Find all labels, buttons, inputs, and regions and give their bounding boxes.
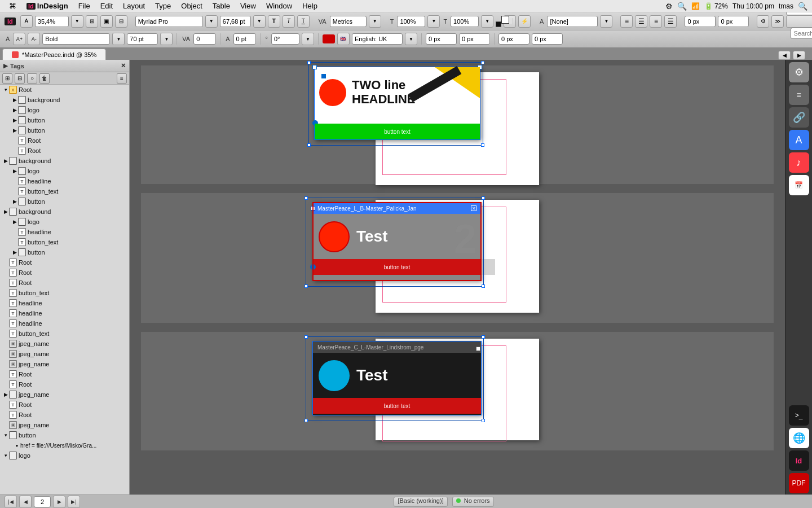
help-menu[interactable]: Help xyxy=(298,0,322,12)
ch-bl[interactable] xyxy=(307,143,311,147)
dock-links[interactable]: 🔗 xyxy=(789,107,809,128)
font-size-dropdown[interactable]: ▼ xyxy=(253,15,266,28)
tree-item-headline-4[interactable]: T headline xyxy=(0,318,129,329)
tree-item-headline-1[interactable]: T headline xyxy=(0,227,129,237)
angle-dropdown[interactable]: ▼ xyxy=(302,33,314,45)
frame-btn[interactable]: ▣ xyxy=(100,15,113,28)
dock-music[interactable]: ♪ xyxy=(789,152,809,173)
anchor-tl[interactable] xyxy=(312,65,317,69)
anchor-link1[interactable] xyxy=(321,74,326,78)
tree-item-root-text-1[interactable]: T Root xyxy=(0,146,129,156)
layout-menu[interactable]: Layout xyxy=(118,0,149,12)
search-icon[interactable]: 🔍 xyxy=(798,2,807,11)
file-menu[interactable]: File xyxy=(74,0,95,12)
tree-item-background-1[interactable]: ▶ background xyxy=(0,156,129,166)
hscale-dropdown[interactable]: ▼ xyxy=(427,15,440,28)
workspace-dropdown[interactable]: ▼ xyxy=(786,15,812,28)
dock-pdf[interactable]: PDF xyxy=(789,473,809,493)
page-number-input[interactable] xyxy=(34,496,51,507)
next-page-btn[interactable]: ▶ xyxy=(53,496,65,508)
tree-item-jpeg-3[interactable]: ▣ jpeg_name xyxy=(0,420,129,430)
tags-delete-btn[interactable]: ⊟ xyxy=(15,73,25,84)
tree-item-logo-1[interactable]: ▶ logo xyxy=(0,166,129,176)
y-input[interactable] xyxy=(718,16,749,27)
panel-arrow[interactable]: ▶ xyxy=(3,63,8,69)
window-menu[interactable]: Window xyxy=(262,0,297,12)
underline-color-btn[interactable] xyxy=(323,34,335,43)
justify-btn[interactable]: ☰ xyxy=(664,15,677,28)
object-menu[interactable]: Object xyxy=(176,0,207,12)
w-input[interactable] xyxy=(426,33,457,45)
hscale-input[interactable] xyxy=(397,16,425,27)
zoom-dropdown[interactable]: ▼ xyxy=(71,15,83,28)
prev-page-btn[interactable]: ◀ xyxy=(19,496,32,508)
tree-item-root-text-0[interactable]: T Root xyxy=(0,135,129,146)
dock-layers[interactable]: ≡ xyxy=(789,85,809,105)
tree-item-headline-0[interactable]: T headline xyxy=(0,176,129,186)
lightning-btn[interactable]: ⚡ xyxy=(518,15,531,28)
h-input[interactable] xyxy=(459,33,490,45)
align-center-btn[interactable]: ☰ xyxy=(635,15,647,28)
dock-finder[interactable]: ⚙ xyxy=(789,62,809,82)
dock-calendar[interactable]: 📅 xyxy=(789,175,809,195)
panel-close-icon[interactable]: ✕ xyxy=(121,62,126,69)
align-left-btn[interactable]: ≡ xyxy=(620,15,633,28)
y2-input[interactable] xyxy=(532,33,563,45)
page-2-button[interactable]: button text xyxy=(313,259,481,275)
tree-item-button-0[interactable]: ▶ button xyxy=(0,115,129,125)
ch3-bl[interactable] xyxy=(304,419,308,422)
tree-item-root-text-4[interactable]: T Root xyxy=(0,400,129,410)
ch-tl[interactable] xyxy=(307,61,311,64)
tree-item-background-2[interactable]: ▶ background xyxy=(0,207,129,217)
tree-item-jpeg-1[interactable]: ▣ jpeg_name xyxy=(0,349,129,359)
view-menu[interactable]: View xyxy=(236,0,261,12)
view-mode-btn[interactable]: ⊞ xyxy=(86,15,98,28)
ch2-tl[interactable] xyxy=(304,196,308,200)
tree-item-background-0[interactable]: ▶ background xyxy=(0,95,129,105)
leading-dropdown[interactable]: ▼ xyxy=(160,33,173,45)
dock-terminal[interactable]: >_ xyxy=(789,405,809,426)
page-3-overlay[interactable]: MasterPeace_C_L-Master_Lindstrom_pge Tes… xyxy=(313,341,481,415)
lang-dropdown[interactable]: ▼ xyxy=(600,15,612,28)
tree-item-logo-0[interactable]: ▶ logo xyxy=(0,105,129,115)
tree-item-logo-2[interactable]: ▶ logo xyxy=(0,217,129,227)
page-2-overlay[interactable]: MasterPeace_L_B-Master_Palicka_Jan ✕ Tes… xyxy=(313,203,481,281)
tree-item-root-text-2[interactable]: T Root xyxy=(0,369,129,379)
document-tab[interactable]: *MasterPeace.indd @ 35% xyxy=(2,49,106,60)
panel-toggle-right[interactable]: ▶ xyxy=(793,51,805,60)
tree-item-button-3[interactable]: ▶ button xyxy=(0,247,129,257)
style-dropdown[interactable]: ▼ xyxy=(112,33,125,45)
tree-item-headline-2[interactable]: T headline xyxy=(0,298,129,308)
panel-toggle-left[interactable]: ◀ xyxy=(778,51,791,60)
tags-menu-btn[interactable]: ≡ xyxy=(117,73,127,84)
errors-btn[interactable]: No errors xyxy=(452,497,494,507)
tree-item-button-2[interactable]: ▶ button xyxy=(0,196,129,207)
tree-item-jpeg-2[interactable]: ▣ jpeg_name xyxy=(0,359,129,369)
tree-item-logo-folder[interactable]: ▾ logo xyxy=(0,450,129,461)
tree-item-jpeg-0[interactable]: ▣ jpeg_name xyxy=(0,339,129,349)
vscale-dropdown[interactable]: ▼ xyxy=(481,15,493,28)
vscale-input[interactable] xyxy=(451,16,479,27)
language-select[interactable] xyxy=(547,16,598,27)
lang2-dropdown[interactable]: ▼ xyxy=(405,33,417,45)
char-subscript-btn[interactable]: A- xyxy=(28,33,40,45)
search-input[interactable] xyxy=(791,28,812,39)
tree-item-background-3[interactable]: T Root xyxy=(0,257,129,268)
dock-chrome[interactable]: 🌐 xyxy=(789,428,809,448)
canvas-area[interactable]: TWO line HEADLINE button text xyxy=(130,60,785,494)
kerning-input[interactable] xyxy=(330,16,367,27)
table-menu[interactable]: Table xyxy=(208,0,235,12)
page-1-overlay[interactable]: TWO line HEADLINE button text xyxy=(314,67,480,140)
leading-input[interactable] xyxy=(127,33,158,45)
tree-item-button-text-1[interactable]: T button_text xyxy=(0,237,129,247)
tree-item-headline-3[interactable]: T headline xyxy=(0,308,129,318)
close-frame-btn[interactable]: ✕ xyxy=(471,205,476,211)
skew-angle-input[interactable] xyxy=(271,33,299,45)
apple-menu[interactable]: ⌘ xyxy=(5,0,21,12)
page-1-button[interactable]: button text xyxy=(315,124,480,139)
tracking-input[interactable] xyxy=(193,33,216,45)
tree-item-root-3[interactable]: T Root xyxy=(0,268,129,278)
expand-btn[interactable]: ≫ xyxy=(771,15,784,28)
tree-item-button-text-2[interactable]: T button_text xyxy=(0,288,129,298)
grid-btn[interactable]: ⊟ xyxy=(115,15,127,28)
